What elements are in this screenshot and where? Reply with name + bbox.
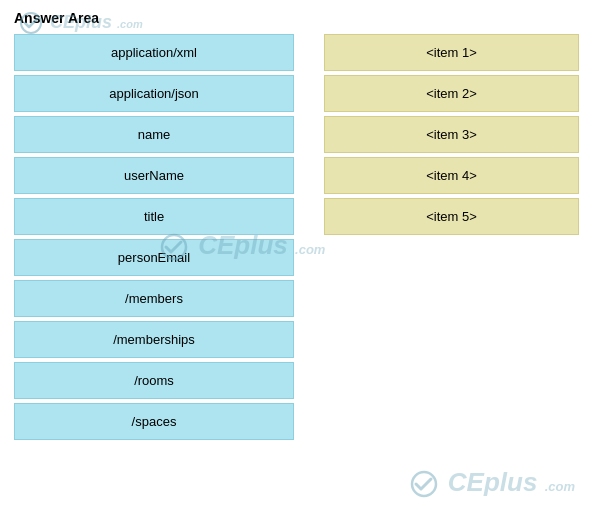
answer-area-label: Answer Area [14,10,601,26]
left-item-memberships[interactable]: /memberships [14,321,294,358]
left-item-name[interactable]: name [14,116,294,153]
left-item-title[interactable]: title [14,198,294,235]
right-item-3[interactable]: <item 3> [324,116,579,153]
svg-point-2 [412,472,436,496]
right-column: <item 1> <item 2> <item 3> <item 4> <ite… [324,34,579,235]
left-column: application/xml application/json name us… [14,34,294,440]
left-item-username[interactable]: userName [14,157,294,194]
ceplus-check-icon-bot [410,470,438,498]
right-item-1[interactable]: <item 1> [324,34,579,71]
left-item-rooms[interactable]: /rooms [14,362,294,399]
right-item-5[interactable]: <item 5> [324,198,579,235]
right-item-2[interactable]: <item 2> [324,75,579,112]
left-item-members[interactable]: /members [14,280,294,317]
watermark-bot-sub: .com [545,479,575,494]
left-item-person-email[interactable]: personEmail [14,239,294,276]
left-item-spaces[interactable]: /spaces [14,403,294,440]
watermark-bot: CEplus .com [410,467,575,498]
left-item-app-xml[interactable]: application/xml [14,34,294,71]
page-container: CEplus .com Answer Area application/xml … [0,0,615,528]
right-item-4[interactable]: <item 4> [324,157,579,194]
columns-wrapper: application/xml application/json name us… [14,34,601,440]
watermark-bot-text: CEplus [448,467,538,497]
left-item-app-json[interactable]: application/json [14,75,294,112]
